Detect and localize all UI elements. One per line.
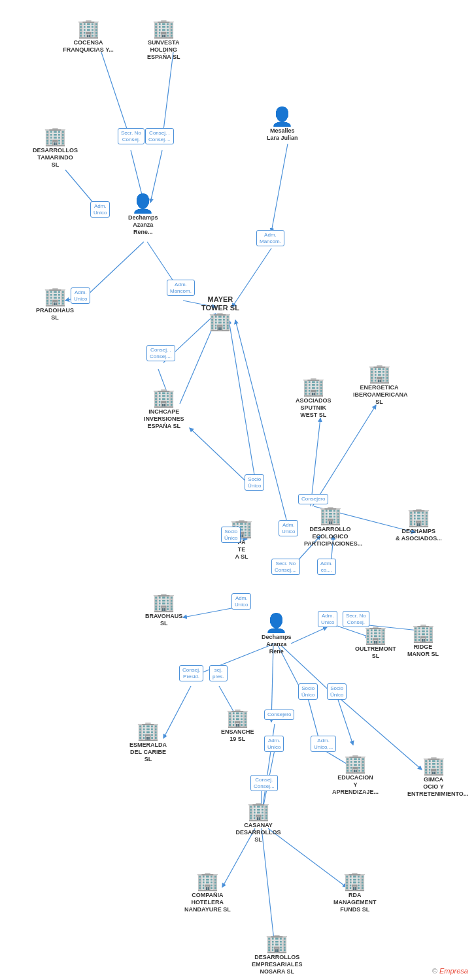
svg-line-17 bbox=[311, 418, 320, 506]
node-pradohaus: 🏢 PRADOHAUSSL bbox=[36, 287, 74, 321]
label-sputnik: ASOCIADOSSPUTNIKWEST SL bbox=[296, 397, 332, 418]
svg-line-15 bbox=[229, 320, 256, 487]
watermark: © Empresa bbox=[432, 967, 468, 975]
svg-line-24 bbox=[291, 627, 327, 644]
node-casanay: 🏢 CASANAYDESARROLLOS SL bbox=[232, 802, 284, 843]
badge-secr-no-consej-3[interactable]: Secr. NoConsej. bbox=[343, 611, 369, 627]
badge-adm-mancom-1[interactable]: Adm.Mancom. bbox=[256, 230, 284, 246]
badge-secr-no-consej-2[interactable]: Secr. NoConsej.... bbox=[271, 559, 300, 575]
graph-container: 🏢 COCENSA FRANQUICIAS Y... 🏢 SUNVESTAHOL… bbox=[0, 0, 476, 980]
label-dechamps-asoc: DECHAMPS& ASOCIADOS... bbox=[396, 528, 442, 542]
label-bravohaus: BRAVOHAUSSL bbox=[145, 613, 182, 627]
badge-sej-pres[interactable]: sej.pres. bbox=[209, 665, 228, 681]
badge-adm-co[interactable]: Adm.co.... bbox=[317, 559, 336, 575]
building-icon-energetica: 🏢 bbox=[368, 365, 391, 383]
badge-adm-unico-5[interactable]: Adm.Unico bbox=[318, 611, 337, 627]
building-icon-ridge-manor: 🏢 bbox=[412, 624, 435, 642]
person-icon-dechamps-mid: 👤 bbox=[265, 614, 288, 632]
label-cocensa: COCENSA FRANQUICIAS Y... bbox=[62, 39, 114, 54]
building-icon-compania: 🏢 bbox=[196, 872, 219, 890]
building-icon-gimca: 🏢 bbox=[422, 757, 445, 775]
label-energetica: ENERGETICAIBEROAMERICANA SL bbox=[353, 384, 405, 405]
label-inchcape: INCHCAPEINVERSIONESESPAÑA SL bbox=[144, 408, 184, 429]
badge-consej-presid[interactable]: Consej.Presid. bbox=[179, 665, 203, 681]
label-dechamps-top: DechampsAzanzaRene... bbox=[128, 214, 158, 235]
label-pradohaus: PRADOHAUSSL bbox=[36, 307, 74, 321]
node-mayer: MAYERTOWER SL 🏢 bbox=[201, 294, 239, 331]
label-nosara: DESARROLLOSEMPRESARIALESNOSARA SL bbox=[252, 954, 303, 975]
badge-consejero-1[interactable]: Consejero bbox=[298, 494, 328, 504]
badge-consej-consej-1[interactable]: Consej. .Consej.... bbox=[145, 128, 174, 144]
badge-adm-unico-4[interactable]: Adm.Unico bbox=[231, 593, 251, 610]
building-icon-dechamps-asoc: 🏢 bbox=[407, 508, 430, 527]
badge-socio-unico-2[interactable]: SocioÚnico bbox=[221, 527, 241, 543]
label-casanay: CASANAYDESARROLLOS SL bbox=[232, 822, 284, 843]
label-mayer-title: MAYERTOWER SL bbox=[201, 295, 239, 312]
badge-socio-unico-4[interactable]: SocioÚnico bbox=[327, 683, 347, 700]
svg-line-33 bbox=[337, 696, 353, 745]
node-sputnik: 🏢 ASOCIADOSSPUTNIKWEST SL bbox=[296, 378, 332, 418]
badge-secr-no-consej-1[interactable]: Secr. NoConsej. bbox=[118, 128, 144, 144]
node-esmeralda: 🏢 ESMERALDADEL CARIBESL bbox=[129, 722, 167, 762]
svg-line-5 bbox=[271, 144, 288, 232]
label-gimca: GIMCAOCIO YENTRETENIMIENTO... bbox=[407, 776, 460, 797]
node-rda: 🏢 RDAMANAGEMENTFUNDS SL bbox=[333, 872, 377, 913]
building-icon-mayer: 🏢 bbox=[209, 312, 231, 331]
building-icon-oultremont: 🏢 bbox=[364, 626, 387, 644]
badge-adm-unico-2[interactable]: Adm.Unico bbox=[71, 287, 90, 304]
node-ensanche: 🏢 ENSANCHE19 SL bbox=[221, 709, 254, 743]
node-dechamps-asoc: 🏢 DECHAMPS& ASOCIADOS... bbox=[396, 508, 442, 542]
svg-line-7 bbox=[85, 242, 144, 297]
building-icon-tamarindo: 🏢 bbox=[44, 127, 67, 146]
label-educacion: EDUCACIONYAPRENDIZAJE... bbox=[332, 774, 379, 795]
svg-line-0 bbox=[101, 52, 131, 140]
label-mesalles: MesallesLara Julian bbox=[267, 127, 298, 142]
building-icon-bravohaus: 🏢 bbox=[152, 593, 175, 612]
badge-adm-mancom-2[interactable]: Adm.Mancom. bbox=[167, 280, 195, 296]
node-inchcape: 🏢 INCHCAPEINVERSIONESESPAÑA SL bbox=[144, 389, 184, 429]
watermark-brand: Empresa bbox=[439, 967, 468, 975]
node-educacion: 🏢 EDUCACIONYAPRENDIZAJE... bbox=[332, 755, 379, 795]
node-mesalles: 👤 MesallesLara Julian bbox=[267, 108, 298, 142]
node-nosara: 🏢 DESARROLLOSEMPRESARIALESNOSARA SL bbox=[252, 934, 303, 975]
building-icon-esmeralda: 🏢 bbox=[137, 722, 160, 740]
badge-adm-unico-7[interactable]: Adm.Unico,... bbox=[311, 736, 336, 752]
node-dechamps-top: 👤 DechampsAzanzaRene... bbox=[128, 195, 158, 235]
badge-socio-unico-3[interactable]: SocioÚnico bbox=[298, 683, 318, 700]
node-desarrollo-eco: 🏢 DESARROLLOECOLOGICOPARTICIPACIONES... bbox=[304, 506, 356, 547]
node-cocensa: 🏢 COCENSA FRANQUICIAS Y... bbox=[62, 20, 114, 54]
svg-line-1 bbox=[162, 52, 173, 140]
building-icon-sputnik: 🏢 bbox=[302, 378, 325, 396]
building-icon-pradohaus: 🏢 bbox=[44, 287, 67, 306]
building-icon-inchcape: 🏢 bbox=[152, 389, 175, 407]
building-icon-rda: 🏢 bbox=[343, 872, 366, 890]
person-icon-dechamps-top: 👤 bbox=[131, 195, 154, 213]
badge-adm-unico-3[interactable]: Adm.Unico bbox=[279, 520, 298, 536]
node-energetica: 🏢 ENERGETICAIBEROAMERICANA SL bbox=[353, 365, 405, 405]
node-oultremont: 🏢 OULTREMONTSL bbox=[355, 626, 396, 660]
label-tamarindo: DESARROLLOSTAMARINDOSL bbox=[33, 147, 78, 168]
label-ensanche: ENSANCHE19 SL bbox=[221, 728, 254, 743]
building-icon-sunvesta: 🏢 bbox=[152, 20, 175, 38]
label-esmeralda: ESMERALDADEL CARIBESL bbox=[129, 742, 167, 762]
badge-consej-consej-2[interactable]: Consej. .Consej.... bbox=[146, 345, 175, 361]
badge-adm-unico-1[interactable]: Adm.Unico bbox=[90, 201, 110, 218]
building-icon-desarrollo-eco: 🏢 bbox=[319, 506, 342, 525]
badge-consejero-2[interactable]: Consejero bbox=[264, 710, 294, 720]
node-compania: 🏢 COMPAÑIAHOTELERANANDAYURE SL bbox=[184, 872, 231, 913]
svg-line-18 bbox=[235, 320, 290, 532]
building-icon-ensanche: 🏢 bbox=[226, 709, 249, 727]
node-sunvesta: 🏢 SUNVESTAHOLDINGESPAÑA SL bbox=[147, 20, 180, 60]
label-rda: RDAMANAGEMENTFUNDS SL bbox=[333, 892, 377, 913]
node-bravohaus: 🏢 BRAVOHAUSSL bbox=[145, 593, 182, 627]
building-icon-cocensa: 🏢 bbox=[77, 20, 100, 38]
badge-adm-unico-6[interactable]: Adm.Unico bbox=[264, 736, 284, 752]
svg-line-39 bbox=[262, 828, 275, 946]
node-ridge-manor: 🏢 RIDGEMANOR SL bbox=[407, 624, 439, 658]
person-icon-mesalles: 👤 bbox=[271, 108, 294, 126]
label-compania: COMPAÑIAHOTELERANANDAYURE SL bbox=[184, 892, 231, 913]
svg-line-28 bbox=[163, 686, 191, 738]
badge-socio-unico-1[interactable]: SocioÚnico bbox=[245, 474, 264, 491]
badge-consej-consej-3[interactable]: Consej.Consej... bbox=[250, 775, 278, 791]
label-oultremont: OULTREMONTSL bbox=[355, 645, 396, 660]
